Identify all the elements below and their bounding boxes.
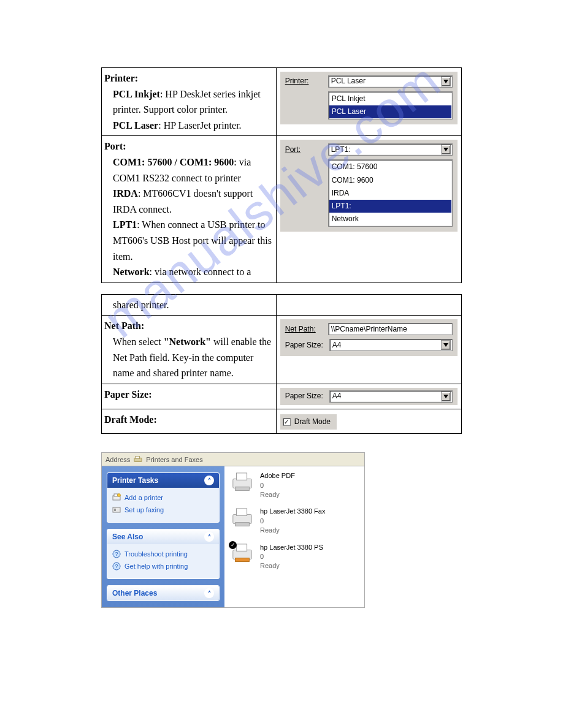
collapse-icon[interactable]: ˄ [204, 476, 214, 485]
dropdown-arrow-icon[interactable] [441, 145, 451, 154]
papersize-value-1: A4 [332, 339, 342, 351]
help-icon: ? [112, 550, 121, 558]
address-label: Address [105, 456, 130, 463]
port-desc-cell: Port: COM1: 57600 / COM1: 9600: via COM1… [102, 136, 277, 282]
checkbox-icon[interactable]: ✓ [283, 418, 291, 426]
draft-checkbox-row[interactable]: ✓ Draft Mode [280, 414, 337, 430]
printer-ctl-label: Printer: [285, 75, 322, 87]
see-also-title: See Also [112, 533, 143, 541]
default-check-icon: ✓ [229, 541, 237, 549]
port-b3: Network [113, 267, 150, 277]
netpath-panel: Net Path: \\PCname\PrinterName Paper Siz… [280, 319, 458, 356]
printer-item[interactable]: Adobe PDF 0 Ready [231, 471, 358, 499]
collapse-icon[interactable]: ˄ [204, 532, 214, 542]
paper-ctl-cell: Paper Size: A4 [276, 384, 461, 409]
netpath-desc-cell: Net Path: When select "Network" will ena… [102, 316, 277, 384]
other-places-card: Other Places ˄ [107, 585, 220, 601]
printer-item[interactable]: hp LaserJet 3380 Fax 0 Ready [231, 507, 358, 535]
draft-heading: Draft Mode: [104, 412, 272, 428]
port-option[interactable]: COM1: 9600 [329, 174, 451, 187]
printer-panel: Printer: PCL Laser PCL Inkjet PCL Laser [280, 72, 458, 124]
printer-b1: PCL Laser [113, 120, 158, 131]
port-option[interactable]: Network [329, 213, 451, 226]
other-places-header[interactable]: Other Places ˄ [107, 586, 219, 601]
port-options-listbox[interactable]: COM1: 57600 COM1: 9600 IRDA LPT1: Networ… [328, 159, 453, 227]
dropdown-arrow-icon[interactable] [441, 77, 451, 86]
svg-rect-5 [113, 507, 120, 512]
netpath-input[interactable]: \\PCname\PrinterName [328, 323, 453, 335]
link-label: Get help with printing [124, 563, 188, 570]
port-option[interactable]: IRDA [329, 187, 451, 200]
other-places-title: Other Places [112, 589, 157, 597]
printer-heading: Printer: [104, 70, 272, 86]
dropdown-arrow-icon[interactable] [441, 340, 451, 350]
svg-rect-3 [114, 494, 118, 496]
draft-desc-cell: Draft Mode: [102, 409, 277, 434]
printer-ctl-cell: Printer: PCL Laser PCL Inkjet PCL Laser [276, 68, 461, 136]
printer-tasks-header[interactable]: Printer Tasks ˄ [107, 473, 219, 488]
paper-desc-cell: Paper Size: [102, 384, 277, 409]
dropdown-arrow-icon[interactable] [441, 392, 451, 401]
port-b2: LPT1 [113, 219, 137, 230]
papersize-label-1: Paper Size: [285, 339, 323, 351]
netpath-heading: Net Path: [104, 318, 272, 334]
port-b1: IRDA [113, 188, 138, 199]
printer-select[interactable]: PCL Laser [328, 75, 453, 88]
see-also-header[interactable]: See Also ˄ [107, 529, 219, 544]
printer-tasks-title: Printer Tasks [112, 476, 158, 485]
shared-cont-right [276, 294, 461, 316]
shared-cont-cell: shared printer. [102, 294, 277, 316]
port-heading: Port: [104, 138, 272, 154]
printer-name: hp LaserJet 3380 Fax [260, 507, 325, 516]
svg-rect-16 [236, 523, 250, 526]
netpath-ctl-cell: Net Path: \\PCname\PrinterName Paper Siz… [276, 316, 461, 384]
svg-text:?: ? [115, 551, 118, 557]
printer-option[interactable]: PCL Inkjet [329, 93, 451, 105]
link-help-printing[interactable]: ? Get help with printing [112, 560, 214, 572]
paper-panel: Paper Size: A4 [280, 388, 458, 405]
svg-text:?: ? [115, 563, 118, 569]
port-ctl-label: Port: [285, 144, 322, 156]
task-setup-faxing[interactable]: Set up faxing [112, 504, 214, 516]
task-label: Set up faxing [124, 506, 164, 514]
svg-rect-12 [237, 473, 247, 480]
task-label: Add a printer [124, 494, 163, 501]
task-add-printer[interactable]: Add a printer [112, 491, 214, 504]
link-troubleshoot[interactable]: ? Troubleshoot printing [112, 548, 214, 560]
netpath-label: Net Path: [285, 324, 322, 335]
printer-icon [231, 471, 254, 492]
settings-table-2: shared printer. Net Path: When select "N… [101, 294, 462, 434]
printer-status: Ready [260, 561, 323, 571]
link-label: Troubleshoot printing [124, 550, 188, 558]
sidebar: Printer Tasks ˄ Add a printer Set up fax… [102, 466, 224, 607]
port-select[interactable]: LPT1: [328, 143, 453, 156]
port-ctl-cell: Port: LPT1: COM1: 57600 COM1: 9600 IRDA … [276, 136, 461, 282]
papersize-select-2[interactable]: A4 [329, 390, 453, 403]
printer-option-selected[interactable]: PCL Laser [329, 105, 451, 118]
port-option-selected[interactable]: LPT1: [329, 200, 451, 213]
address-value: Printers and Faxes [146, 456, 202, 463]
svg-point-4 [118, 494, 121, 497]
printer-jobs: 0 [260, 517, 325, 526]
printer-select-value: PCL Laser [331, 75, 366, 87]
draft-label: Draft Mode [294, 416, 331, 428]
settings-table-1: Printer: PCL Inkjet: HP DeskJet series i… [101, 67, 462, 283]
svg-rect-15 [237, 509, 247, 515]
papersize-select-1[interactable]: A4 [329, 339, 453, 351]
shared-printer-text: shared printer. [113, 297, 272, 313]
printer-item-default[interactable]: ✓ hp LaserJet 3380 PS 0 Ready [231, 543, 358, 571]
draft-ctl-cell: ✓ Draft Mode [276, 409, 461, 434]
printer-jobs: 0 [260, 552, 323, 561]
printer-t1: : HP LaserJet printer. [158, 120, 241, 131]
fax-icon [112, 506, 121, 514]
printer-status: Ready [260, 490, 295, 499]
port-t2: : When connect a USB printer to MT606's … [113, 219, 272, 261]
printer-status: Ready [260, 526, 325, 535]
printers-list: Adobe PDF 0 Ready hp LaserJet 3380 Fax 0… [224, 466, 364, 607]
collapse-icon[interactable]: ˄ [204, 588, 214, 598]
add-printer-icon [112, 493, 121, 502]
netpath-text: When select "Network" will enable the Ne… [113, 334, 272, 381]
printer-options-listbox[interactable]: PCL Inkjet PCL Laser [328, 91, 453, 119]
port-option[interactable]: COM1: 57600 [329, 161, 451, 173]
svg-rect-1 [136, 457, 140, 459]
